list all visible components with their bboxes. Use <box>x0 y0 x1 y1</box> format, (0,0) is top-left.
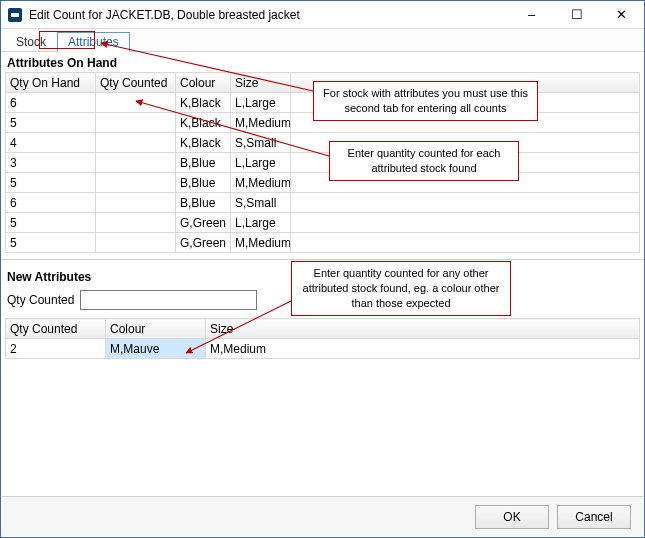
cell-size[interactable]: M,Medium <box>231 233 291 253</box>
new-attributes-table: Qty Counted Colour Size 2M,MauveM,Medium <box>5 318 640 359</box>
minimize-button[interactable]: – <box>509 1 554 29</box>
cell-size[interactable]: S,Small <box>231 133 291 153</box>
cell-colour[interactable]: M,Mauve <box>106 339 206 359</box>
cell-colour[interactable]: G,Green <box>176 213 231 233</box>
table-row[interactable]: 5G,GreenL,Large <box>6 213 640 233</box>
table-row[interactable]: 6B,BlueS,Small <box>6 193 640 213</box>
annotation-qty-counted-col: Enter quantity counted for each attribut… <box>329 141 519 181</box>
tab-stock[interactable]: Stock <box>5 32 57 51</box>
cell-qty-on-hand[interactable]: 6 <box>6 193 96 213</box>
cell-colour[interactable]: K,Black <box>176 93 231 113</box>
cell-colour[interactable]: K,Black <box>176 133 231 153</box>
col2-size[interactable]: Size <box>206 319 640 339</box>
cell-qty-counted[interactable] <box>96 133 176 153</box>
close-button[interactable]: ✕ <box>599 1 644 29</box>
cell-qty-counted[interactable] <box>96 213 176 233</box>
svg-rect-1 <box>11 13 19 17</box>
cell-colour[interactable]: B,Blue <box>176 153 231 173</box>
qty-counted-label: Qty Counted <box>7 293 74 307</box>
qty-counted-input[interactable] <box>80 290 257 310</box>
cancel-button[interactable]: Cancel <box>557 505 631 529</box>
cell-colour[interactable]: K,Black <box>176 113 231 133</box>
annotation-new-qty: Enter quantity counted for any other att… <box>291 261 511 316</box>
col-qty-counted[interactable]: Qty Counted <box>96 73 176 93</box>
cell-size[interactable]: S,Small <box>231 193 291 213</box>
window-titlebar: Edit Count for JACKET.DB, Double breaste… <box>1 1 644 29</box>
cell-size[interactable]: L,Large <box>231 93 291 113</box>
cell-qty-on-hand[interactable]: 5 <box>6 173 96 193</box>
col2-colour[interactable]: Colour <box>106 319 206 339</box>
dialog-footer: OK Cancel <box>2 496 643 536</box>
app-icon <box>7 7 23 23</box>
cell-qty-counted[interactable] <box>96 93 176 113</box>
cell-colour[interactable]: B,Blue <box>176 193 231 213</box>
tab-strip: Stock Attributes <box>1 29 644 52</box>
table-row[interactable]: 3B,BlueL,Large <box>6 153 640 173</box>
cell-qty-on-hand[interactable]: 5 <box>6 213 96 233</box>
heading-attributes-on-hand: Attributes On Hand <box>1 52 644 72</box>
cell-qty-on-hand[interactable]: 3 <box>6 153 96 173</box>
cell-empty <box>291 193 640 213</box>
cell-qty-counted[interactable] <box>96 193 176 213</box>
col2-qty-counted[interactable]: Qty Counted <box>6 319 106 339</box>
table-row[interactable]: 2M,MauveM,Medium <box>6 339 640 359</box>
divider <box>1 259 644 260</box>
annotation-tab: For stock with attributes you must use t… <box>313 81 538 121</box>
cell-qty-counted[interactable] <box>96 173 176 193</box>
cell-size[interactable]: M,Medium <box>231 113 291 133</box>
col-qty-on-hand[interactable]: Qty On Hand <box>6 73 96 93</box>
cell-qty-on-hand[interactable]: 5 <box>6 113 96 133</box>
cell-size[interactable]: L,Large <box>231 153 291 173</box>
tab-attributes[interactable]: Attributes <box>57 32 130 52</box>
table-row[interactable]: 4K,BlackS,Small <box>6 133 640 153</box>
window-title: Edit Count for JACKET.DB, Double breaste… <box>29 8 509 22</box>
cell-qty-counted[interactable] <box>96 233 176 253</box>
cell-qty-on-hand[interactable]: 6 <box>6 93 96 113</box>
cell-qty-counted[interactable] <box>96 113 176 133</box>
cell-colour[interactable]: G,Green <box>176 233 231 253</box>
cell-empty <box>291 233 640 253</box>
col-colour[interactable]: Colour <box>176 73 231 93</box>
cell-qty-on-hand[interactable]: 4 <box>6 133 96 153</box>
ok-button[interactable]: OK <box>475 505 549 529</box>
cell-qty-counted[interactable] <box>96 153 176 173</box>
table-row[interactable]: 5G,GreenM,Medium <box>6 233 640 253</box>
cell-size[interactable]: M,Medium <box>206 339 640 359</box>
col-size[interactable]: Size <box>231 73 291 93</box>
cell-colour[interactable]: B,Blue <box>176 173 231 193</box>
window-buttons: – ☐ ✕ <box>509 1 644 29</box>
table-row[interactable]: 5B,BlueM,Medium <box>6 173 640 193</box>
maximize-button[interactable]: ☐ <box>554 1 599 29</box>
cell-size[interactable]: M,Medium <box>231 173 291 193</box>
cell-qty-on-hand[interactable]: 5 <box>6 233 96 253</box>
cell-size[interactable]: L,Large <box>231 213 291 233</box>
cell-qty-counted[interactable]: 2 <box>6 339 106 359</box>
cell-empty <box>291 213 640 233</box>
